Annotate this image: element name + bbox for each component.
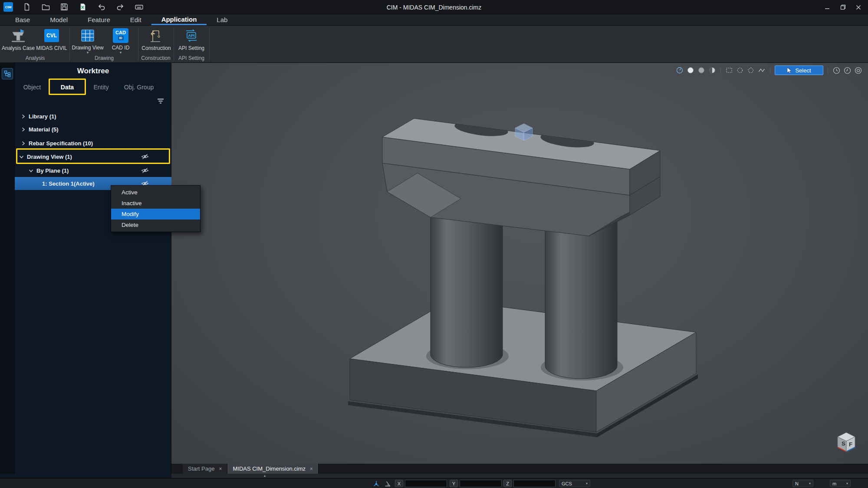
analysis-case-button[interactable]: Analysis Case xyxy=(2,26,35,54)
ribbon-group-drawing: Drawing xyxy=(71,55,137,63)
app-logo: CIM xyxy=(3,2,13,12)
render-shaded-icon[interactable] xyxy=(687,66,694,74)
tree-item-material[interactable]: Material (5) xyxy=(15,123,171,136)
bridge-pier-model[interactable] xyxy=(171,63,868,464)
ribbon-group-construction: Construction xyxy=(139,55,173,63)
left-dock-strip xyxy=(0,63,15,474)
length-unit-select[interactable]: m ▾ xyxy=(830,480,851,487)
visibility-off-icon[interactable] xyxy=(141,153,149,162)
tree-item-label: Library (1) xyxy=(29,113,56,120)
cad-id-icon: CADID xyxy=(112,27,129,43)
minimize-button[interactable] xyxy=(819,0,835,14)
select-cursor-icon xyxy=(787,67,792,73)
chevron-right-icon[interactable] xyxy=(21,127,26,132)
tab-start-page[interactable]: Start Page × xyxy=(183,464,227,474)
y-coordinate-input[interactable] xyxy=(460,480,502,487)
chevron-down-icon: ▾ xyxy=(586,481,588,485)
ribbon-group-api-setting: API Setting xyxy=(174,55,208,63)
midas-cim-window: CIM CIM - MIDAS CIM_Dimension. xyxy=(0,0,868,488)
view-history-back-icon[interactable] xyxy=(832,66,840,74)
worktree-tree: Library (1) Material (5) Rebar Specifica… xyxy=(15,63,171,474)
statusbar: X Y Z GCS ▾ N ▾ m ▾ xyxy=(0,478,868,488)
chevron-down-icon: ▾ xyxy=(809,481,811,485)
tab-close-icon[interactable]: × xyxy=(310,466,313,472)
context-menu-item-modify[interactable]: Modify xyxy=(111,209,200,219)
ribbon-group-analysis: Analysis xyxy=(2,55,69,63)
keyboard-icon[interactable] xyxy=(134,2,144,12)
select-polygon-icon[interactable] xyxy=(747,66,755,74)
menu-application[interactable]: Application xyxy=(151,14,207,25)
drawing-view-dropdown-icon[interactable]: ▾ xyxy=(87,51,89,54)
z-coordinate-label: Z xyxy=(503,480,512,487)
select-circle-icon[interactable] xyxy=(736,66,744,74)
render-grey-icon[interactable] xyxy=(697,66,705,74)
render-half-icon[interactable] xyxy=(708,66,716,74)
worktree-panel-icon[interactable] xyxy=(2,68,13,79)
select-mode-button[interactable]: Select xyxy=(775,66,823,75)
restore-button[interactable] xyxy=(835,0,851,14)
view-orientation-cube[interactable]: S F xyxy=(835,431,858,457)
menu-lab[interactable]: Lab xyxy=(207,14,237,25)
menu-edit[interactable]: Edit xyxy=(120,14,151,25)
context-menu-item-delete[interactable]: Delete xyxy=(111,219,200,230)
chevron-down-icon[interactable] xyxy=(29,168,33,173)
bottom-splitter: ▴ xyxy=(0,474,868,478)
analysis-case-icon xyxy=(10,27,26,44)
undo-icon[interactable] xyxy=(97,2,106,12)
redo-icon[interactable] xyxy=(115,2,125,12)
tree-item-label: Drawing View (1) xyxy=(27,154,72,160)
force-unit-select[interactable]: N ▾ xyxy=(792,480,813,487)
view-history-forward-icon[interactable] xyxy=(843,66,851,74)
y-coordinate-label: Y xyxy=(450,480,458,487)
api-setting-button[interactable]: API API Setting xyxy=(175,26,208,54)
close-button[interactable] xyxy=(851,0,866,14)
chevron-right-icon[interactable] xyxy=(21,114,26,119)
cad-id-dropdown-icon[interactable]: ▾ xyxy=(120,51,122,54)
drawing-view-icon xyxy=(79,27,96,43)
ucs-compass-icon[interactable] xyxy=(676,66,684,74)
cube-face-f: F xyxy=(849,441,852,448)
visibility-off-icon[interactable] xyxy=(141,167,149,176)
3d-viewport[interactable]: Select S F xyxy=(171,63,868,464)
menu-model[interactable]: Model xyxy=(40,14,78,25)
tree-item-label: Material (5) xyxy=(29,126,59,133)
save-icon[interactable] xyxy=(59,2,69,12)
tab-close-icon[interactable]: × xyxy=(219,466,222,472)
expand-panel-icon[interactable]: ▴ xyxy=(264,474,266,478)
chevron-down-icon[interactable] xyxy=(19,154,24,159)
drawing-view-button[interactable]: Drawing View ▾ xyxy=(71,26,104,54)
x-coordinate-input[interactable] xyxy=(405,480,447,487)
tree-item-label: By Plane (1) xyxy=(36,167,69,174)
export-excel-icon[interactable] xyxy=(78,2,88,12)
midas-civil-icon: CVL xyxy=(43,27,60,44)
context-menu-item-inactive[interactable]: Inactive xyxy=(111,198,200,209)
menu-feature[interactable]: Feature xyxy=(78,14,120,25)
pier-footing[interactable] xyxy=(348,300,698,437)
titlebar: CIM CIM - MIDAS CIM_Dimension. xyxy=(0,0,868,14)
select-box-icon[interactable] xyxy=(725,66,733,74)
document-tab-bar: Start Page × MIDAS CIM_Dimension.cimz × xyxy=(171,464,868,474)
capture-icon[interactable] xyxy=(854,66,862,74)
menu-base[interactable]: Base xyxy=(5,14,40,25)
z-coordinate-input[interactable] xyxy=(513,480,556,487)
tree-item-by-plane[interactable]: By Plane (1) xyxy=(15,164,171,177)
api-setting-icon: API xyxy=(183,27,200,44)
coordinate-system-select[interactable]: GCS ▾ xyxy=(559,480,590,487)
angle-snap-icon[interactable] xyxy=(384,480,391,488)
construction-icon xyxy=(148,27,164,44)
worktree-panel: Worktree Object Data Entity Obj. Group L… xyxy=(15,63,171,474)
context-menu-item-active[interactable]: Active xyxy=(111,187,200,198)
tab-current-document[interactable]: MIDAS CIM_Dimension.cimz × xyxy=(227,464,319,474)
midas-civil-button[interactable]: CVL MIDAS CIVIL xyxy=(35,26,68,54)
tree-item-library[interactable]: Library (1) xyxy=(15,110,171,123)
tree-item-rebar-specification[interactable]: Rebar Specification (10) xyxy=(15,137,171,150)
select-fence-icon[interactable] xyxy=(758,66,766,74)
snap-toggle-icon[interactable] xyxy=(372,480,380,488)
construction-button[interactable]: Construction xyxy=(140,26,173,54)
cad-id-button[interactable]: CADID CAD ID ▾ xyxy=(104,26,137,54)
tree-item-drawing-view[interactable]: Drawing View (1) xyxy=(15,150,171,163)
chevron-right-icon[interactable] xyxy=(21,141,26,146)
open-folder-icon[interactable] xyxy=(41,2,50,12)
ribbon: Analysis Case CVL MIDAS CIVIL Drawing Vi… xyxy=(0,26,868,63)
new-document-icon[interactable] xyxy=(22,2,32,12)
